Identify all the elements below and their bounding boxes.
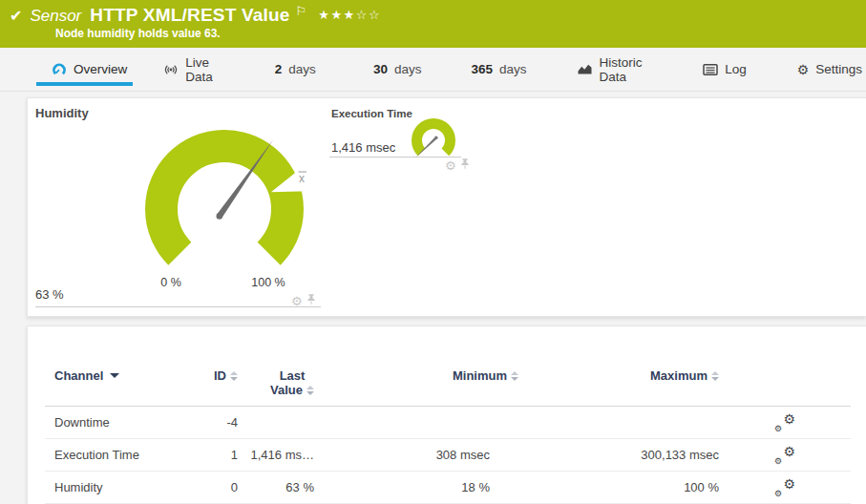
table-row-execution-time: Execution Time 1 1,416 ms… 308 msec 300,… <box>45 439 851 472</box>
exec-time-gauge-title: Execution Time <box>331 108 412 119</box>
widget-divider <box>35 306 321 307</box>
channel-maximum: 100 % <box>684 480 719 494</box>
humidity-gauge-title: Humidity <box>35 106 89 120</box>
gauge-arc <box>161 146 287 254</box>
sensor-status-message: Node humidity holds value 63. <box>55 27 866 40</box>
tab-label: Live Data <box>185 55 222 84</box>
widget-divider <box>329 157 461 158</box>
channel-settings-gears-icon[interactable]: ⚙⚙ <box>774 447 795 464</box>
channel-settings-gears-icon[interactable]: ⚙⚙ <box>774 479 795 496</box>
tab-log[interactable]: Log <box>699 48 750 91</box>
tab-unit: days <box>499 62 527 76</box>
gauge-average-marker-label: x <box>299 172 305 185</box>
sensor-kind-label: Sensor <box>30 7 81 26</box>
tab-number: 30 <box>373 62 388 76</box>
widget-pin-icon[interactable] <box>459 157 471 174</box>
column-header-id[interactable]: ID <box>214 368 238 383</box>
tab-label: Settings <box>815 62 862 76</box>
column-header-minimum[interactable]: Minimum <box>453 368 518 383</box>
channel-id: -4 <box>226 415 238 430</box>
channel-id: 0 <box>231 480 238 494</box>
table-header-row: Channel ID Last Value Minimum Maximum <box>45 326 851 407</box>
column-header-last-value[interactable]: Last Value <box>270 368 314 397</box>
overview-panel: Humidity x 0 % 100 % 63 % ⚙ Execution Ti… <box>27 97 866 317</box>
channel-name: Execution Time <box>45 448 188 462</box>
sort-icon <box>306 386 314 395</box>
channel-minimum: 308 msec <box>436 448 518 462</box>
gauge-needle-hub <box>434 136 437 139</box>
humidity-current-value: 63 % <box>35 287 64 302</box>
gauge-needle-hub <box>217 213 223 220</box>
sort-icon <box>230 371 238 381</box>
tab-unit: days <box>394 62 422 76</box>
column-header-channel[interactable]: Channel <box>45 368 119 383</box>
column-label: Minimum <box>453 368 507 383</box>
widget-gear-icon[interactable]: ⚙ <box>291 295 303 307</box>
channel-last-value: 63 % <box>285 480 314 494</box>
channel-table: Channel ID Last Value Minimum Maximum <box>45 326 851 504</box>
tab-label: Historic Data <box>600 55 650 84</box>
area-chart-icon <box>577 62 593 76</box>
channel-name: Downtime <box>45 415 188 430</box>
priority-stars[interactable]: ★★★☆☆ <box>318 8 381 22</box>
channel-maximum: 300,133 msec <box>641 448 719 462</box>
tab-historic-data[interactable]: Historic Data <box>573 48 654 91</box>
flag-icon: ⚐ <box>296 4 307 18</box>
tab-bar: Overview Live Data 2 days 30 days 365 da… <box>0 48 866 92</box>
table-row-humidity: Humidity 0 63 % 18 % 100 % ⚙⚙ <box>45 472 851 504</box>
exec-time-current-value: 1,416 msec <box>331 140 395 155</box>
tab-number: 2 <box>275 62 283 76</box>
tab-number: 365 <box>471 62 493 76</box>
tab-30-days[interactable]: 30 days <box>370 48 426 91</box>
column-label: Last <box>280 368 306 383</box>
column-label: Channel <box>54 368 103 383</box>
tab-live-data[interactable]: Live Data <box>159 48 225 91</box>
channel-id: 1 <box>231 448 238 462</box>
sort-icon <box>511 371 518 381</box>
status-ok-check-icon: ✔ <box>10 7 22 25</box>
tab-settings[interactable]: ⚙ Settings <box>793 48 866 91</box>
tab-label: Overview <box>74 62 127 76</box>
sort-icon <box>711 371 719 381</box>
column-header-maximum[interactable]: Maximum <box>650 368 719 383</box>
sort-desc-icon <box>110 373 119 378</box>
channel-settings-gears-icon[interactable]: ⚙⚙ <box>774 414 795 431</box>
tab-365-days[interactable]: 365 days <box>467 48 530 91</box>
tab-label: Log <box>725 62 747 76</box>
gauge-icon <box>52 62 67 77</box>
widget-gear-icon[interactable]: ⚙ <box>445 159 456 172</box>
widget-pin-icon[interactable] <box>306 292 317 309</box>
channel-minimum: 18 % <box>461 480 518 494</box>
gauge-max-label: 100 % <box>243 276 293 289</box>
gauge-min-label: 0 % <box>151 276 191 289</box>
table-row-downtime: Downtime -4 ⚙⚙ <box>45 407 851 439</box>
log-list-icon <box>703 63 718 76</box>
tab-overview[interactable]: Overview <box>48 48 131 91</box>
column-label: Value <box>270 383 303 397</box>
sensor-title: HTTP XML/REST Value <box>90 5 289 26</box>
channel-table-panel: Channel ID Last Value Minimum Maximum <box>27 326 866 504</box>
broadcast-icon <box>163 62 179 77</box>
channel-last-value: 1,416 ms… <box>251 448 314 462</box>
column-label: ID <box>214 368 226 383</box>
gauge-arc <box>417 123 451 152</box>
column-label: Maximum <box>650 368 708 383</box>
tab-unit: days <box>288 62 316 76</box>
channel-name: Humidity <box>45 480 188 494</box>
gear-icon: ⚙ <box>797 62 810 77</box>
tab-2-days[interactable]: 2 days <box>271 48 320 91</box>
sensor-status-bar: ✔ Sensor HTTP XML/REST Value ⚐ ★★★☆☆ Nod… <box>0 0 866 48</box>
